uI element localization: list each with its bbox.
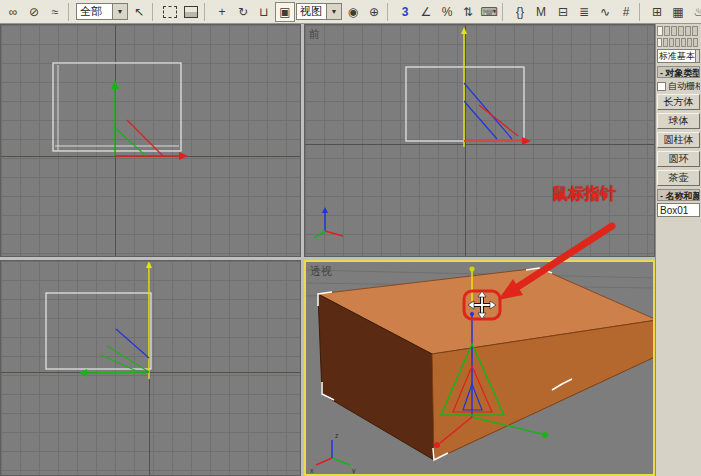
reference-coord-dropdown[interactable]: 视图 ▼ — [296, 3, 342, 20]
marquee-shape — [163, 6, 177, 18]
category-geometry-icon[interactable] — [657, 38, 662, 47]
toolbar-separator — [502, 3, 507, 21]
tab-modify[interactable] — [664, 26, 670, 36]
chevron-down-icon[interactable]: ▼ — [112, 4, 127, 19]
toolbar-separator — [204, 3, 209, 21]
angle-snap-icon[interactable]: ∠ — [416, 2, 436, 22]
chevron-down-icon[interactable]: ▼ — [695, 50, 700, 62]
object-type-rollout[interactable]: - 对象类型 — [657, 66, 700, 78]
select-and-uniform-scale-icon[interactable]: ⊔ — [254, 2, 274, 22]
category-lights-icon[interactable] — [669, 38, 674, 47]
command-panel: 标准基本 ▼ - 对象类型 自动栅格 长方体 球体 圆柱体 圆环 茶壶 - 名称… — [655, 24, 701, 476]
autogrid-label: 自动栅格 — [668, 80, 700, 92]
sphere-button[interactable]: 球体 — [657, 113, 700, 129]
torus-button[interactable]: 圆环 — [657, 151, 700, 167]
viewport-top[interactable] — [0, 24, 301, 257]
select-and-move-icon[interactable]: + — [212, 2, 232, 22]
layer-manager-icon[interactable]: ≣ — [574, 2, 594, 22]
toolbar-separator — [68, 3, 73, 21]
autogrid-row: 自动栅格 — [657, 80, 700, 92]
toolbar-separator — [152, 3, 157, 21]
curve-editor-icon[interactable]: ∿ — [595, 2, 615, 22]
select-and-link-icon[interactable]: ∞ — [3, 2, 23, 22]
tab-create[interactable] — [657, 26, 663, 36]
box-wireframe-top — [1, 25, 301, 257]
named-selection-sets-icon[interactable]: {} — [510, 2, 530, 22]
perspective-scene: x y z — [306, 262, 655, 476]
toolbar-separator — [639, 3, 644, 21]
category-shapes-icon[interactable] — [663, 38, 668, 47]
box-button[interactable]: 长方体 — [657, 94, 700, 110]
move-gizmo — [461, 27, 531, 147]
window-crossing-icon[interactable] — [181, 2, 201, 22]
axis-tripod: x y z — [310, 432, 356, 475]
tab-motion[interactable] — [678, 26, 684, 36]
viewport-label[interactable]: 前 — [309, 27, 320, 42]
main-toolbar: ∞ ⊘ ≈ 全部 ▼ ↖ + ↻ ⊔ ▣ 视图 ▼ ◉ ⊕ 3 ∠ % ⇅ ⌨ … — [0, 0, 701, 24]
move-gizmo — [79, 261, 152, 379]
rectangular-selection-region-icon[interactable] — [160, 2, 180, 22]
quick-render-teapot-icon[interactable]: ♨ — [689, 2, 701, 22]
unlink-selection-icon[interactable]: ⊘ — [24, 2, 44, 22]
category-systems-icon[interactable] — [693, 38, 698, 47]
tab-hierarchy[interactable] — [671, 26, 677, 36]
material-editor-icon[interactable]: ⊞ — [647, 2, 667, 22]
move-gizmo — [111, 80, 188, 160]
object-name-field[interactable]: Box01 — [657, 203, 700, 217]
axis-x-label: x — [310, 467, 314, 474]
render-setup-icon[interactable]: ▦ — [668, 2, 688, 22]
percent-snap-icon[interactable]: % — [437, 2, 457, 22]
viewport-front[interactable]: 前 — [304, 24, 655, 257]
window-shape — [184, 6, 198, 18]
category-spacewarps-icon[interactable] — [687, 38, 692, 47]
primitive-category-value: 标准基本 — [659, 50, 695, 63]
viewport-left[interactable] — [0, 260, 301, 476]
viewport-label[interactable]: 透视 — [310, 264, 332, 279]
toolbar-separator — [387, 3, 392, 21]
category-helpers-icon[interactable] — [681, 38, 686, 47]
snaps-toggle-icon[interactable]: 3 — [395, 2, 415, 22]
select-and-scale-icon[interactable]: ▣ — [275, 2, 295, 22]
autogrid-checkbox[interactable] — [657, 82, 666, 91]
viewport-perspective[interactable]: 透视 — [304, 260, 655, 476]
align-icon[interactable]: ⊟ — [553, 2, 573, 22]
tab-display[interactable] — [685, 26, 691, 36]
reference-coord-value: 视图 — [300, 4, 322, 19]
box-wireframe-left — [1, 261, 301, 476]
select-object-icon[interactable]: ↖ — [129, 2, 149, 22]
selection-filter-value: 全部 — [80, 4, 102, 19]
axis-tripod — [314, 207, 343, 238]
name-color-rollout[interactable]: - 名称和颜色 — [657, 189, 700, 201]
teapot-button[interactable]: 茶壶 — [657, 170, 700, 186]
primitive-category-dropdown[interactable]: 标准基本 ▼ — [657, 49, 700, 63]
tab-utilities[interactable] — [692, 26, 698, 36]
select-and-rotate-icon[interactable]: ↻ — [233, 2, 253, 22]
spinner-snap-icon[interactable]: ⇅ — [458, 2, 478, 22]
chevron-down-icon[interactable]: ▼ — [326, 4, 341, 19]
schematic-view-icon[interactable]: # — [616, 2, 636, 22]
create-categories — [657, 38, 700, 47]
axis-z-label: z — [335, 432, 339, 439]
keyboard-override-icon[interactable]: ⌨ — [479, 2, 499, 22]
selection-filter-dropdown[interactable]: 全部 ▼ — [76, 3, 128, 20]
3dsmax-window: ∞ ⊘ ≈ 全部 ▼ ↖ + ↻ ⊔ ▣ 视图 ▼ ◉ ⊕ 3 ∠ % ⇅ ⌨ … — [0, 0, 701, 476]
category-cameras-icon[interactable] — [675, 38, 680, 47]
select-and-manipulate-icon[interactable]: ⊕ — [364, 2, 384, 22]
box-wireframe-front — [305, 25, 655, 257]
bind-to-spacewarp-icon[interactable]: ≈ — [45, 2, 65, 22]
use-pivot-center-icon[interactable]: ◉ — [343, 2, 363, 22]
cylinder-button[interactable]: 圆柱体 — [657, 132, 700, 148]
axis-y-label: y — [352, 467, 356, 475]
mirror-icon[interactable]: M — [531, 2, 551, 22]
command-panel-tabs — [657, 26, 700, 36]
box-3d[interactable] — [318, 268, 655, 460]
